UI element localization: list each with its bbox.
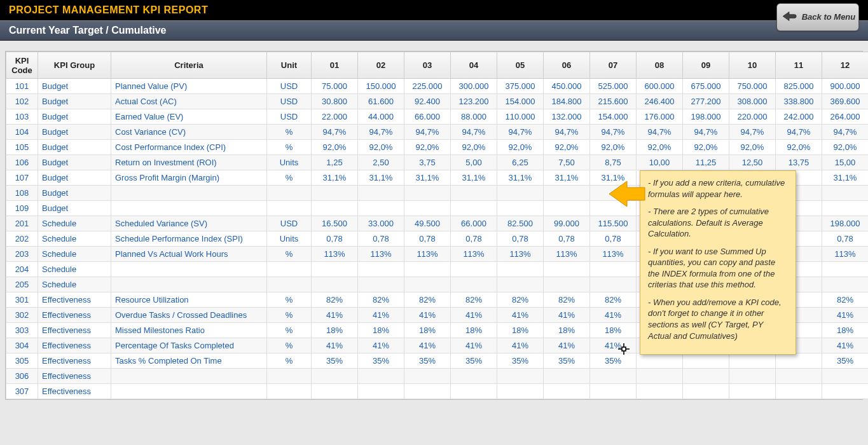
cell-value[interactable]: 369.600 [822,94,869,109]
cell-value[interactable]: 41% [404,338,451,353]
cell-value[interactable]: 92,0% [729,140,776,155]
cell-value[interactable]: 31,1% [404,170,451,186]
cell-value[interactable]: 92,0% [358,140,404,155]
cell-value[interactable] [358,262,404,277]
cell-value[interactable]: 92,0% [637,140,683,155]
cell-criteria[interactable] [111,262,267,277]
cell-criteria[interactable]: Scheduled Variance (SV) [111,216,267,231]
cell-value[interactable]: 82% [497,292,544,308]
cell-value[interactable]: 94,7% [637,125,683,140]
cell-code[interactable]: 204 [6,262,38,277]
cell-criteria[interactable] [111,201,267,216]
cell-value[interactable]: 18% [358,323,404,338]
cell-value[interactable]: 94,7% [822,125,869,140]
cell-value[interactable]: 82% [590,292,637,308]
cell-group[interactable]: Budget [38,79,111,94]
cell-criteria[interactable]: Overdue Tasks / Crossed Deadlines [111,308,267,323]
cell-value[interactable]: 900.000 [822,79,869,94]
cell-value[interactable]: 92.400 [404,94,451,109]
cell-value[interactable]: 0,78 [312,231,358,247]
cell-value[interactable] [358,277,404,292]
cell-code[interactable]: 201 [6,216,38,231]
cell-value[interactable] [637,353,683,369]
cell-value[interactable] [776,369,822,384]
cell-value[interactable] [451,384,497,399]
cell-group[interactable]: Effectiveness [38,353,111,369]
cell-code[interactable]: 107 [6,170,38,186]
cell-code[interactable]: 108 [6,186,38,201]
cell-value[interactable]: 132.000 [544,109,590,125]
cell-value[interactable]: 92,0% [683,140,729,155]
cell-value[interactable]: 94,7% [451,125,497,140]
cell-group[interactable]: Effectiveness [38,384,111,399]
cell-code[interactable]: 106 [6,155,38,170]
cell-unit[interactable]: % [267,125,312,140]
cell-unit[interactable]: USD [267,216,312,231]
cell-value[interactable] [312,201,358,216]
cell-value[interactable]: 82% [358,292,404,308]
cell-value[interactable]: 41% [590,308,637,323]
cell-code[interactable]: 302 [6,308,38,323]
cell-value[interactable]: 94,7% [497,125,544,140]
cell-value[interactable]: 450.000 [544,79,590,94]
cell-code[interactable]: 103 [6,109,38,125]
cell-value[interactable] [544,201,590,216]
cell-group[interactable]: Schedule [38,231,111,247]
cell-value[interactable]: 0,78 [544,231,590,247]
cell-value[interactable] [497,262,544,277]
cell-value[interactable] [404,277,451,292]
cell-criteria[interactable]: Missed Milestones Ratio [111,323,267,338]
cell-value[interactable] [590,262,637,277]
cell-value[interactable]: 215.600 [590,94,637,109]
cell-value[interactable]: 41% [312,308,358,323]
cell-value[interactable] [404,201,451,216]
cell-value[interactable]: 115.500 [590,216,637,231]
cell-value[interactable] [776,353,822,369]
cell-value[interactable]: 31,1% [358,170,404,186]
cell-value[interactable]: 66.000 [451,216,497,231]
cell-value[interactable]: 375.000 [497,79,544,94]
cell-value[interactable]: 154.000 [497,94,544,109]
cell-value[interactable]: 94,7% [683,125,729,140]
cell-value[interactable]: 41% [822,338,869,353]
cell-value[interactable]: 22.000 [312,109,358,125]
cell-value[interactable]: 75.000 [312,79,358,94]
cell-group[interactable]: Schedule [38,247,111,262]
cell-value[interactable] [312,369,358,384]
cell-criteria[interactable] [111,384,267,399]
cell-value[interactable]: 92,0% [822,140,869,155]
cell-group[interactable]: Effectiveness [38,308,111,323]
cell-value[interactable] [451,277,497,292]
cell-value[interactable]: 92,0% [544,140,590,155]
cell-value[interactable]: 8,75 [590,155,637,170]
cell-value[interactable]: 94,7% [358,125,404,140]
cell-criteria[interactable]: Earned Value (EV) [111,109,267,125]
cell-value[interactable] [358,201,404,216]
cell-value[interactable]: 35% [404,353,451,369]
cell-code[interactable]: 303 [6,323,38,338]
cell-value[interactable] [590,369,637,384]
cell-unit[interactable]: % [267,323,312,338]
cell-value[interactable]: 0,78 [590,231,637,247]
cell-value[interactable] [497,277,544,292]
cell-criteria[interactable]: Actual Cost (AC) [111,94,267,109]
cell-value[interactable]: 35% [544,353,590,369]
cell-value[interactable]: 92,0% [451,140,497,155]
cell-value[interactable]: 31,1% [822,170,869,186]
cell-value[interactable]: 1,25 [312,155,358,170]
cell-value[interactable]: 41% [590,338,637,353]
cell-value[interactable]: 94,7% [776,125,822,140]
cell-value[interactable] [822,262,869,277]
cell-value[interactable]: 225.000 [404,79,451,94]
cell-code[interactable]: 301 [6,292,38,308]
cell-value[interactable]: 242.000 [776,109,822,125]
cell-value[interactable]: 35% [590,353,637,369]
cell-value[interactable]: 94,7% [729,125,776,140]
cell-value[interactable]: 0,78 [822,231,869,247]
cell-value[interactable]: 0,78 [358,231,404,247]
cell-value[interactable]: 600.000 [637,79,683,94]
cell-group[interactable]: Budget [38,170,111,186]
cell-value[interactable]: 113% [451,247,497,262]
cell-value[interactable] [822,186,869,201]
cell-value[interactable] [404,186,451,201]
